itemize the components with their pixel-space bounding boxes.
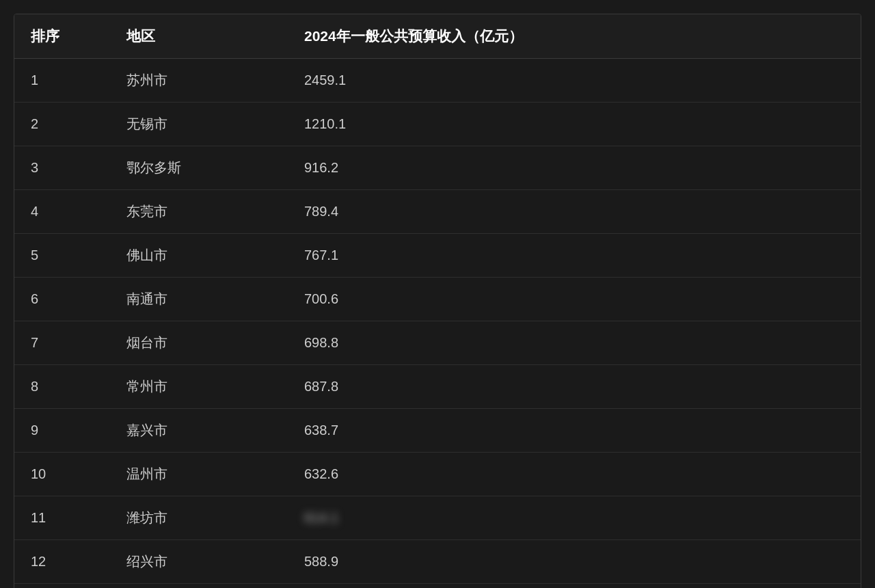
cell-rank: 2: [14, 103, 110, 146]
cell-region: 东莞市: [110, 190, 288, 234]
table-row: 8常州市687.8: [14, 365, 861, 409]
cell-region: 温州市: [110, 453, 288, 496]
cell-rank: 6: [14, 278, 110, 321]
cell-region: 唐山市: [110, 584, 288, 589]
table-row: 10温州市632.6: [14, 453, 861, 496]
header-rank: 排序: [14, 14, 110, 59]
cell-region: 嘉兴市: [110, 409, 288, 453]
table-row: 9嘉兴市638.7: [14, 409, 861, 453]
header-value: 2024年一般公共预算收入（亿元）: [288, 14, 861, 59]
cell-value: 638.7: [288, 409, 861, 453]
cell-value: 588.9: [288, 540, 861, 584]
cell-value: 789.4: [288, 190, 861, 234]
cell-region: 潍坊市: [110, 496, 288, 540]
cell-value: 767.1: [288, 234, 861, 278]
cell-region: 苏州市: [110, 59, 288, 103]
cell-value: 698.8: [288, 321, 861, 365]
cell-rank: 3: [14, 146, 110, 190]
cell-rank: 10: [14, 453, 110, 496]
table-row: 12绍兴市588.9: [14, 540, 861, 584]
cell-region: 烟台市: [110, 321, 288, 365]
table-row: 2无锡市1210.1: [14, 103, 861, 146]
cell-value: 614.1: [288, 496, 861, 540]
cell-rank: 9: [14, 409, 110, 453]
table-row: 13唐山市578.0: [14, 584, 861, 589]
cell-region: 无锡市: [110, 103, 288, 146]
table-header-row: 排序 地区 2024年一般公共预算收入（亿元）: [14, 14, 861, 59]
cell-value: 578.0: [288, 584, 861, 589]
table-row: 1苏州市2459.1: [14, 59, 861, 103]
cell-value: 700.6: [288, 278, 861, 321]
table-row: 7烟台市698.8: [14, 321, 861, 365]
cell-region: 佛山市: [110, 234, 288, 278]
cell-value: 916.2: [288, 146, 861, 190]
cell-rank: 11: [14, 496, 110, 540]
table-row: 3鄂尔多斯916.2: [14, 146, 861, 190]
cell-region: 鄂尔多斯: [110, 146, 288, 190]
cell-rank: 5: [14, 234, 110, 278]
cell-rank: 4: [14, 190, 110, 234]
cell-value: 1210.1: [288, 103, 861, 146]
cell-rank: 8: [14, 365, 110, 409]
cell-region: 南通市: [110, 278, 288, 321]
header-region: 地区: [110, 14, 288, 59]
cell-region: 绍兴市: [110, 540, 288, 584]
table-row: 6南通市700.6: [14, 278, 861, 321]
cell-rank: 12: [14, 540, 110, 584]
cell-region: 常州市: [110, 365, 288, 409]
cell-rank: 7: [14, 321, 110, 365]
cell-rank: 1: [14, 59, 110, 103]
cell-value: 632.6: [288, 453, 861, 496]
cell-value: 2459.1: [288, 59, 861, 103]
table-row: 11潍坊市614.1: [14, 496, 861, 540]
table-row: 4东莞市789.4: [14, 190, 861, 234]
data-table: 排序 地区 2024年一般公共预算收入（亿元） 1苏州市2459.12无锡市12…: [14, 14, 861, 588]
cell-value: 687.8: [288, 365, 861, 409]
cell-rank: 13: [14, 584, 110, 589]
table-row: 5佛山市767.1: [14, 234, 861, 278]
